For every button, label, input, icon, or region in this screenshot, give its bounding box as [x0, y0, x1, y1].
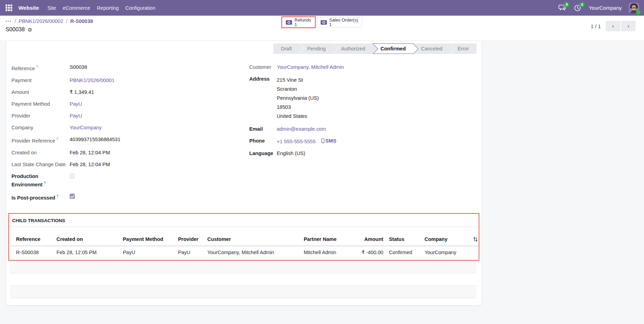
- help-icon: ?: [56, 194, 58, 198]
- stat-button-label: Sales Order(s): [329, 18, 358, 23]
- field-value-company: YourCompany: [70, 124, 102, 131]
- pager-next-button[interactable]: ›: [621, 21, 636, 31]
- pager: 1 / 1 ‹ ›: [591, 21, 636, 31]
- field-value-is-post-processed: [70, 193, 75, 201]
- apps-grid-icon: [6, 5, 12, 11]
- phantom-row: [10, 261, 476, 273]
- app-name-website[interactable]: Website: [18, 5, 39, 11]
- column-header-provider[interactable]: Provider: [172, 233, 202, 246]
- statusbar-step-label: Pending: [307, 46, 325, 51]
- statusbar-step-draft[interactable]: Draft: [273, 43, 299, 54]
- child-transactions-table: ReferenceCreated onPayment MethodProvide…: [10, 233, 480, 259]
- adjust-columns-icon: [473, 237, 478, 242]
- cell-provider: PayU: [172, 246, 202, 259]
- statusbar-step-canceled[interactable]: Canceled: [414, 43, 450, 54]
- column-header-created-on[interactable]: Created on: [51, 233, 117, 246]
- statusbar-step-label: Draft: [281, 46, 292, 51]
- statusbar-step-confirmed[interactable]: Confirmed: [373, 43, 414, 54]
- form-fields: Reference?S00038PaymentPBNK1/2026/00001A…: [6, 61, 481, 203]
- field-label-provider-reference: Provider Reference?: [11, 136, 70, 144]
- column-header-amount[interactable]: Amount: [358, 233, 385, 246]
- checkbox-production-environment[interactable]: [70, 173, 75, 179]
- sms-button[interactable]: SMS: [321, 137, 337, 144]
- breadcrumb-link-r-s00038[interactable]: R-S00038: [70, 18, 93, 24]
- company-switcher[interactable]: YourCompany: [589, 5, 622, 11]
- phantom-row: [10, 286, 476, 298]
- column-header-customer[interactable]: Customer: [202, 233, 298, 246]
- empty-list-rows: [10, 261, 476, 311]
- phone-link[interactable]: +1 555-555-5555: [277, 139, 316, 144]
- field-value-provider: PayU: [70, 112, 82, 119]
- field-payment: PaymentPBNK1/2026/00001: [11, 74, 244, 86]
- column-header-status[interactable]: Status: [385, 233, 422, 246]
- address-line: 18503: [277, 103, 319, 112]
- optional-columns-button[interactable]: [473, 237, 478, 242]
- field-label-customer: Customer: [249, 64, 277, 71]
- address-line: Scranton: [277, 84, 319, 94]
- actions-gear-icon[interactable]: ⚙: [28, 27, 32, 32]
- table-row[interactable]: R-S00038Feb 28, 12:05 PMPayUPayUYourComp…: [10, 246, 480, 259]
- navbar-right: 9 4 YourCompany: [558, 3, 644, 13]
- field-link-customer[interactable]: YourCompany, Mitchell Admin: [277, 64, 344, 70]
- field-link-company[interactable]: YourCompany: [70, 125, 102, 130]
- field-label-address: Address: [249, 75, 277, 82]
- field-value-last-state-change-date: Feb 28, 12:04 PM: [70, 161, 110, 168]
- field-amount: Amount₹ 1,349.41: [11, 86, 244, 98]
- field-link-payment[interactable]: PBNK1/2026/00001: [70, 78, 115, 83]
- column-header-company[interactable]: Company: [422, 233, 467, 246]
- field-label-payment: Payment: [11, 77, 70, 84]
- statusbar-step-label: Authorized: [341, 46, 365, 51]
- field-link-provider[interactable]: PayU: [70, 113, 82, 119]
- cell-status: Confirmed: [385, 246, 422, 259]
- field-customer: CustomerYourCompany, Mitchell Admin: [249, 61, 481, 73]
- statusbar-step-pending[interactable]: Pending: [299, 43, 333, 54]
- address-line: 215 Vine St: [277, 75, 319, 84]
- field-value-reference: S00038: [70, 64, 87, 71]
- field-company: CompanyYourCompany: [11, 122, 244, 133]
- field-label-created-on: Created on: [11, 149, 70, 156]
- pager-previous-button[interactable]: ‹: [606, 21, 620, 31]
- column-header-payment-method[interactable]: Payment Method: [117, 233, 172, 246]
- nav-menu-configuration[interactable]: Configuration: [125, 1, 156, 15]
- nav-menu-site[interactable]: Site: [47, 1, 56, 15]
- nav-menu-ecommerce[interactable]: eCommerce: [62, 1, 91, 15]
- field-language: LanguageEnglish (US): [249, 147, 481, 159]
- field-label-amount: Amount: [11, 89, 70, 96]
- navbar-menus: SiteeCommerceReportingConfiguration: [47, 1, 156, 15]
- field-link-payment-method[interactable]: PayU: [70, 101, 82, 107]
- mobile-phone-icon: [321, 138, 324, 143]
- messages-button[interactable]: 9: [558, 4, 566, 12]
- statusbar-step-authorized[interactable]: Authorized: [333, 43, 373, 54]
- field-value-amount: ₹ 1,349.41: [70, 89, 94, 96]
- messages-badge: 9: [564, 2, 570, 7]
- address-line: United States: [277, 112, 319, 121]
- breadcrumb-link-pbnk1-2026-00002[interactable]: PBNK1/2026/00002: [19, 18, 63, 24]
- page-title: S00038: [6, 26, 25, 33]
- activities-button[interactable]: 4: [573, 4, 582, 12]
- activities-badge: 4: [579, 2, 585, 7]
- breadcrumb-ellipsis-button[interactable]: ···: [6, 18, 12, 24]
- stat-button-value: 1: [329, 22, 358, 27]
- field-label-phone: Phone: [249, 137, 277, 144]
- apps-menu-button[interactable]: [4, 3, 13, 13]
- phantom-row: [10, 273, 476, 286]
- stat-button-refunds[interactable]: Refunds1: [282, 17, 315, 27]
- cell-partner-name: Mitchell Admin: [298, 246, 358, 259]
- column-header-reference[interactable]: Reference: [10, 233, 51, 246]
- user-avatar[interactable]: [629, 3, 639, 13]
- help-icon: ?: [36, 65, 38, 69]
- statusbar: DraftPendingAuthorizedConfirmedCanceledE…: [273, 43, 477, 54]
- action-area: DraftPendingAuthorizedConfirmedCanceledE…: [0, 41, 644, 324]
- checkbox-is-post-processed[interactable]: [70, 194, 75, 199]
- field-label-is-post-processed: Is Post-processed?: [11, 193, 70, 201]
- field-link-email[interactable]: admin@example.com: [277, 126, 326, 132]
- field-value-payment: PBNK1/2026/00001: [70, 77, 115, 84]
- field-production-environment: Production Environment?: [11, 170, 244, 191]
- column-header-partner-name[interactable]: Partner Name: [298, 233, 358, 246]
- statusbar-step-label: Error: [458, 46, 469, 51]
- breadcrumb: ··· /PBNK1/2026/00002/R-S00038: [6, 18, 93, 24]
- field-email: Emailadmin@example.com: [249, 123, 481, 135]
- odoo-app-window: Website SiteeCommerceReportingConfigurat…: [0, 0, 644, 324]
- nav-menu-reporting[interactable]: Reporting: [96, 1, 119, 15]
- stat-button-sales-order-s[interactable]: Sales Order(s)1: [317, 17, 362, 27]
